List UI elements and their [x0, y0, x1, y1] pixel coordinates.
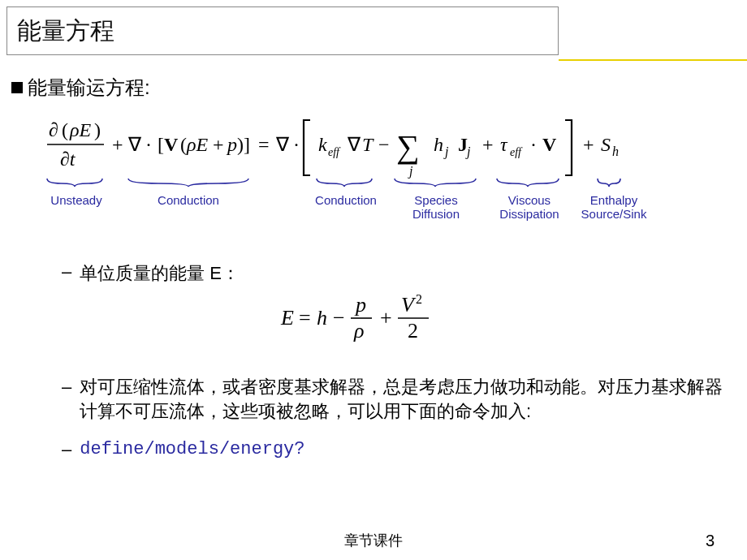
- annot-species: Species Diffusion: [399, 193, 473, 222]
- svg-text:p: p: [354, 293, 366, 317]
- svg-text:∂t: ∂t: [60, 149, 76, 170]
- svg-text:(: (: [180, 134, 187, 155]
- svg-text:V: V: [164, 134, 179, 155]
- main-equation-area: ∂ ( ρE ) ∂t + ∇ · [ V ( ρE + p )] = ∇ ·: [34, 115, 736, 261]
- svg-text:2: 2: [408, 319, 418, 342]
- sub-item-1-text: 单位质量的能量 E：: [80, 261, 240, 286]
- svg-text:=: =: [258, 134, 270, 155]
- svg-text:h: h: [434, 134, 443, 155]
- svg-text:)]: )]: [237, 134, 250, 155]
- svg-text:E: E: [280, 306, 294, 330]
- svg-text:−: −: [333, 306, 345, 330]
- svg-text:h: h: [612, 144, 619, 158]
- annot-conduction-2: Conduction: [305, 193, 386, 207]
- energy-per-mass-equation-wrap: E = h − p ρ + V 2 2: [11, 292, 736, 347]
- accent-rule: [559, 59, 747, 61]
- svg-text:k: k: [318, 134, 327, 155]
- svg-text:−: −: [378, 134, 390, 155]
- svg-text:+: +: [213, 134, 224, 155]
- svg-text:+: +: [482, 134, 494, 155]
- svg-text:eff: eff: [510, 146, 523, 158]
- svg-text:eff: eff: [328, 146, 341, 158]
- svg-text:[: [: [158, 134, 164, 155]
- command-line: – define/models/energy?: [62, 439, 736, 460]
- svg-text:ρE: ρE: [186, 134, 209, 155]
- slide-title: 能量方程: [17, 15, 114, 48]
- svg-text:=: =: [299, 306, 311, 330]
- svg-text:∂: ∂: [49, 119, 58, 140]
- svg-text:ρE: ρE: [69, 119, 92, 140]
- bullet-1-text: 能量输运方程:: [28, 75, 150, 101]
- dash-bullet: –: [62, 439, 71, 460]
- slide-content: 能量输运方程: ∂ ( ρE ) ∂t + ∇ · [ V ( ρE + p )…: [11, 75, 736, 467]
- svg-text:+: +: [380, 306, 392, 330]
- svg-text:h: h: [317, 306, 327, 330]
- slide-title-box: 能量方程: [6, 6, 559, 55]
- annot-conduction-1: Conduction: [148, 193, 229, 207]
- svg-text:p: p: [226, 134, 237, 155]
- square-bullet-icon: [11, 82, 23, 93]
- energy-per-mass-equation: E = h − p ρ + V 2 2: [276, 292, 471, 344]
- svg-text:2: 2: [416, 292, 422, 306]
- svg-text:∇ ·: ∇ ·: [275, 134, 299, 155]
- svg-text:·: ·: [531, 134, 536, 155]
- svg-text:V: V: [401, 293, 417, 317]
- svg-text:∇: ∇: [347, 134, 361, 155]
- svg-text:(: (: [62, 119, 68, 140]
- svg-text:τ: τ: [500, 134, 508, 155]
- svg-text:j: j: [443, 144, 449, 159]
- svg-text:∑: ∑: [396, 128, 420, 165]
- sub-item-2: –对可压缩性流体，或者密度基求解器，总是考虑压力做功和动能。对压力基求解器计算不…: [62, 375, 736, 423]
- page-number: 3: [706, 532, 715, 550]
- annot-unsteady: Unsteady: [44, 193, 109, 207]
- sub-item-1: – 单位质量的能量 E：: [62, 261, 736, 286]
- dash-bullet: –: [62, 261, 71, 286]
- svg-text:∇ ·: ∇ ·: [127, 134, 151, 155]
- command-text: define/models/energy?: [80, 439, 304, 460]
- underbrace-row: [34, 177, 732, 192]
- dash-bullet: –: [62, 377, 71, 397]
- svg-text:): ): [94, 119, 101, 140]
- svg-text:ρ: ρ: [353, 319, 364, 342]
- svg-text:+: +: [112, 134, 123, 155]
- annot-viscous: Viscous Dissipation: [489, 193, 570, 222]
- svg-text:S: S: [601, 134, 611, 155]
- svg-text:j: j: [465, 144, 471, 159]
- footer-label: 章节课件: [0, 531, 747, 550]
- svg-text:+: +: [583, 134, 594, 155]
- svg-text:T: T: [362, 134, 374, 155]
- sub-item-2-text: 对可压缩性流体，或者密度基求解器，总是考虑压力做功和动能。对压力基求解器计算不可…: [80, 377, 723, 421]
- energy-equation: ∂ ( ρE ) ∂t + ∇ · [ V ( ρE + p )] = ∇ ·: [34, 115, 732, 182]
- bullet-line-1: 能量输运方程:: [11, 75, 736, 101]
- svg-text:V: V: [542, 134, 557, 155]
- annot-enthalpy: Enthalpy Source/Sink: [573, 193, 654, 222]
